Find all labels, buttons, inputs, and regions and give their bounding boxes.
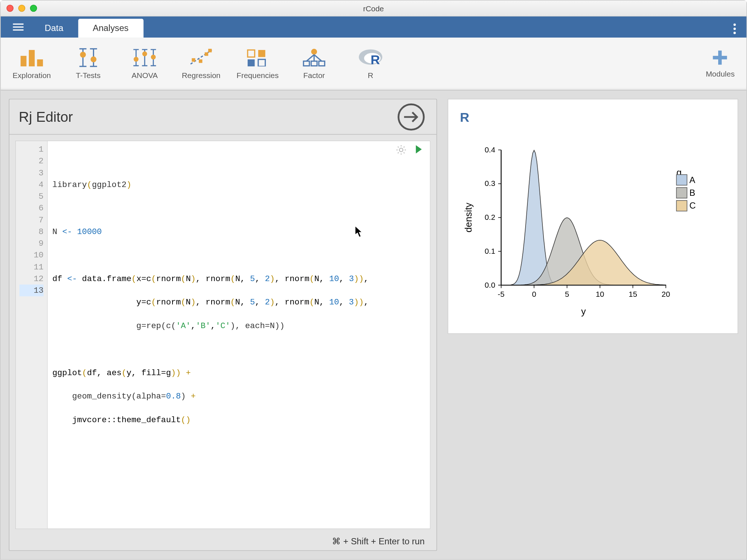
svg-rect-36 (303, 61, 309, 66)
svg-rect-2 (37, 59, 43, 66)
code-line[interactable]: df <- data.frame(x=c(rnorm(N), rnorm(N, … (53, 273, 425, 284)
line-number: 11 (19, 261, 43, 273)
settings-icon[interactable] (396, 145, 406, 155)
output-title: R (460, 110, 729, 125)
code-line[interactable] (53, 438, 425, 449)
legend-label: A (689, 175, 696, 185)
modules-label: Modules (706, 69, 735, 78)
y-axis-label: density (463, 203, 473, 233)
plus-icon (712, 49, 728, 66)
code-line[interactable] (53, 202, 425, 214)
code-line[interactable] (53, 343, 425, 355)
toolbar: Exploration T-Tests (1, 38, 747, 90)
svg-rect-37 (311, 61, 317, 66)
svg-line-50 (398, 147, 399, 147)
svg-point-45 (399, 148, 403, 152)
svg-rect-27 (208, 49, 212, 52)
exploration-label: Exploration (13, 71, 51, 80)
svg-point-20 (133, 57, 138, 62)
svg-point-9 (80, 52, 86, 58)
x-tick-label: 20 (662, 290, 670, 298)
more-options-button[interactable] (731, 21, 738, 36)
code-line[interactable]: y=c(rnorm(N), rnorm(N, 5, 2), rnorm(N, 1… (53, 296, 425, 308)
regression-button[interactable]: Regression (175, 48, 228, 80)
run-button[interactable] (398, 103, 425, 130)
modules-button[interactable]: Modules (706, 49, 735, 78)
code-line[interactable] (53, 249, 425, 261)
line-number: 2 (19, 155, 43, 167)
window-title: rCode (1, 4, 747, 12)
line-number: 12 (19, 273, 43, 284)
line-gutter: 12345678910111213 (16, 141, 48, 529)
r-label: R (368, 71, 373, 80)
svg-marker-54 (416, 145, 422, 153)
editor-panel: Rj Editor 12345678910111213 library(ggpl… (1, 90, 443, 559)
exploration-button[interactable]: Exploration (5, 48, 58, 80)
workspace: Rj Editor 12345678910111213 library(ggpl… (1, 90, 747, 559)
svg-rect-26 (205, 52, 208, 56)
svg-text:R: R (371, 52, 380, 67)
frequencies-icon (245, 48, 271, 68)
frequencies-button[interactable]: Frequencies (231, 48, 284, 80)
ttests-button[interactable]: T-Tests (62, 48, 115, 80)
legend-label: B (689, 188, 695, 198)
line-number: 10 (19, 249, 43, 261)
x-tick-label: 0 (532, 290, 536, 298)
svg-marker-66 (355, 226, 362, 237)
menu-button[interactable] (7, 16, 30, 38)
legend-swatch (676, 201, 687, 211)
app-window: rCode Data Analyses Exploration (0, 0, 747, 560)
code-line[interactable]: ggplot(df, aes(y, fill=g)) + (53, 367, 425, 378)
svg-line-35 (314, 55, 322, 61)
anova-button[interactable]: ANOVA (118, 48, 171, 80)
factor-button[interactable]: Factor (288, 48, 341, 80)
x-tick-label: 15 (629, 290, 637, 298)
svg-line-53 (404, 147, 405, 147)
play-icon[interactable] (415, 145, 423, 154)
output-panel: R -5051015200.00.10.20.30.4ydensitygABC (446, 90, 746, 559)
code-line[interactable]: N <- 10000 (53, 226, 425, 237)
line-number: 1 (19, 143, 43, 155)
svg-point-32 (311, 49, 317, 55)
code-line[interactable]: geom_density(alpha=0.8) + (53, 390, 425, 402)
factor-label: Factor (303, 71, 325, 80)
editor-title: Rj Editor (19, 109, 73, 125)
x-tick-label: 10 (596, 290, 604, 298)
svg-line-51 (404, 152, 405, 153)
legend-swatch (676, 187, 687, 198)
line-number: 9 (19, 237, 43, 249)
svg-point-22 (151, 55, 156, 59)
anova-label: ANOVA (132, 71, 158, 80)
code-line[interactable]: g=rep(c('A','B','C'), each=N)) (53, 320, 425, 331)
svg-rect-29 (258, 50, 265, 57)
tab-data[interactable]: Data (30, 19, 78, 38)
y-tick-label: 0.0 (485, 281, 495, 289)
anova-icon (132, 48, 158, 68)
panel-divider[interactable] (443, 90, 446, 559)
code-line[interactable]: library(ggplot2) (53, 179, 425, 190)
svg-rect-0 (20, 56, 26, 66)
svg-point-21 (142, 51, 147, 56)
svg-rect-43 (713, 56, 727, 59)
regression-icon (188, 48, 214, 68)
x-axis-label: y (581, 306, 586, 316)
code-line[interactable] (53, 155, 425, 167)
r-icon: R (357, 48, 383, 68)
r-button[interactable]: R R (344, 48, 397, 80)
editor-header: Rj Editor (9, 100, 437, 135)
y-tick-label: 0.2 (485, 213, 495, 221)
regression-label: Regression (182, 71, 220, 80)
code-toolbar (396, 145, 423, 155)
svg-rect-31 (258, 59, 265, 66)
ttests-label: T-Tests (76, 71, 101, 80)
code-content[interactable]: library(ggplot2) N <- 10000 df <- data.f… (48, 141, 430, 529)
x-tick-label: -5 (498, 290, 505, 298)
titlebar: rCode (1, 1, 747, 17)
tab-analyses[interactable]: Analyses (78, 19, 143, 38)
line-number: 7 (19, 214, 43, 226)
x-tick-label: 5 (565, 290, 569, 298)
code-line[interactable]: jmvcore::theme_default() (53, 414, 425, 425)
line-number: 5 (19, 190, 43, 202)
code-editor[interactable]: 12345678910111213 library(ggplot2) N <- … (15, 140, 430, 529)
line-number: 8 (19, 226, 43, 237)
